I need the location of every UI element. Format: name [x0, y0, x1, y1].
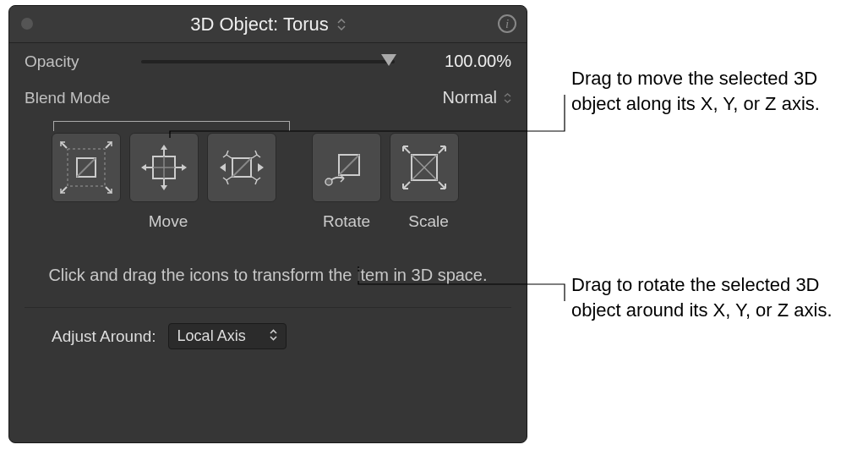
callout-move: Drag to move the selected 3D object alon…	[571, 66, 859, 116]
callout-rotate: Drag to rotate the selected 3D object ar…	[571, 272, 859, 322]
